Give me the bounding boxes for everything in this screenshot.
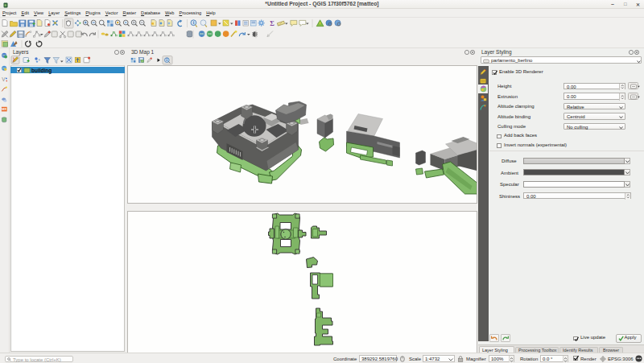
- svg-text:V: V: [2, 76, 6, 82]
- svg-text:Σ: Σ: [270, 19, 275, 27]
- svg-text:0: 0: [166, 58, 168, 62]
- svg-text:MX: MX: [2, 107, 6, 111]
